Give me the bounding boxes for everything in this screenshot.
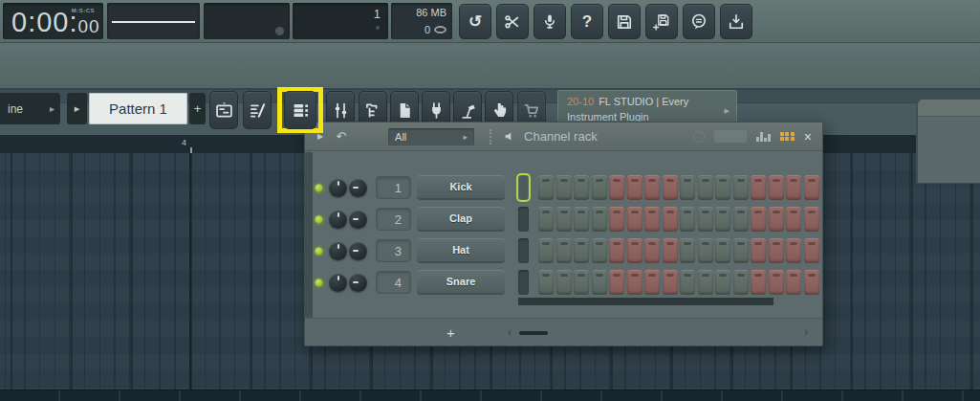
step-button[interactable]: [680, 238, 695, 263]
channel-select-strip[interactable]: [518, 207, 529, 232]
step-button[interactable]: [769, 207, 784, 232]
playlist-button[interactable]: [209, 91, 238, 129]
rack-scroll-track[interactable]: [518, 298, 773, 305]
step-button[interactable]: [538, 175, 554, 200]
snap-selector[interactable]: ine ▸: [0, 93, 60, 124]
step-button[interactable]: [556, 175, 572, 200]
step-button[interactable]: [644, 270, 660, 295]
pattern-name-field[interactable]: Pattern 1: [89, 93, 187, 124]
close-icon[interactable]: ×: [804, 130, 812, 144]
channel-select-strip[interactable]: [518, 238, 529, 263]
channel-enable-led[interactable]: [315, 215, 323, 224]
scrollbar-thumb[interactable]: [519, 331, 548, 335]
step-button[interactable]: [627, 175, 642, 200]
channel-filter-dropdown[interactable]: All ▸: [388, 128, 474, 145]
ghost-knob-icon[interactable]: [693, 131, 705, 143]
step-button[interactable]: [556, 207, 572, 232]
swing-field[interactable]: [714, 130, 747, 143]
step-button[interactable]: [556, 238, 572, 263]
step-button[interactable]: [751, 207, 766, 232]
step-button[interactable]: [751, 238, 766, 263]
step-button[interactable]: [769, 270, 784, 295]
undo-button[interactable]: ↺: [459, 4, 491, 39]
step-button[interactable]: [715, 175, 730, 200]
step-button[interactable]: [556, 270, 572, 295]
step-button[interactable]: [769, 175, 784, 200]
step-button[interactable]: [715, 207, 730, 232]
pan-knob[interactable]: [329, 179, 347, 197]
slice-tool-button[interactable]: [496, 4, 529, 39]
step-button[interactable]: [609, 270, 624, 295]
step-button[interactable]: [804, 207, 819, 232]
step-button[interactable]: [698, 207, 713, 232]
step-button[interactable]: [680, 270, 695, 295]
playback-position-slider[interactable]: [107, 3, 200, 39]
step-button[interactable]: [627, 270, 642, 295]
step-button[interactable]: [574, 270, 589, 295]
rack-back-icon[interactable]: ↶: [336, 129, 346, 144]
step-button[interactable]: [574, 175, 589, 200]
scroll-left-icon[interactable]: ‹: [508, 325, 512, 339]
save-button[interactable]: [608, 4, 641, 39]
time-display[interactable]: 0:00: 00 M:S:CS: [3, 3, 103, 39]
step-button[interactable]: [715, 270, 730, 295]
step-button[interactable]: [574, 238, 589, 263]
step-button[interactable]: [627, 238, 642, 263]
scroll-right-icon[interactable]: ›: [804, 325, 808, 339]
channel-name-button[interactable]: Clap: [417, 207, 505, 232]
step-button[interactable]: [733, 238, 749, 263]
step-button[interactable]: [786, 175, 801, 200]
channel-select-strip[interactable]: [518, 270, 529, 295]
feedback-button[interactable]: [683, 4, 715, 39]
step-button[interactable]: [733, 207, 749, 232]
volume-knob[interactable]: [349, 242, 367, 260]
step-button[interactable]: [538, 238, 554, 263]
step-button[interactable]: [609, 175, 624, 200]
channel-select-strip[interactable]: [518, 175, 529, 200]
step-button[interactable]: [644, 238, 660, 263]
piano-roll-button[interactable]: [243, 91, 272, 129]
step-button[interactable]: [644, 207, 660, 232]
channel-enable-led[interactable]: [315, 278, 323, 287]
step-button[interactable]: [574, 207, 589, 232]
step-button[interactable]: [680, 207, 695, 232]
step-grid-icon[interactable]: [780, 132, 795, 142]
tempo-tap-icon[interactable]: [275, 27, 284, 35]
step-button[interactable]: [804, 238, 819, 263]
add-channel-button[interactable]: +: [446, 324, 455, 341]
volume-knob[interactable]: [349, 211, 367, 229]
step-button[interactable]: [786, 207, 801, 232]
channel-name-button[interactable]: Hat: [417, 238, 505, 263]
step-button[interactable]: [698, 238, 713, 263]
step-button[interactable]: [644, 175, 660, 200]
volume-knob[interactable]: [349, 179, 367, 197]
graph-editor-icon[interactable]: [756, 131, 771, 142]
pan-knob[interactable]: [329, 211, 347, 229]
export-button[interactable]: [720, 4, 752, 39]
step-button[interactable]: [804, 175, 819, 200]
step-button[interactable]: [698, 270, 713, 295]
step-button[interactable]: [592, 175, 607, 200]
step-button[interactable]: [769, 238, 784, 263]
step-button[interactable]: [680, 175, 695, 200]
step-button[interactable]: [663, 207, 678, 232]
channel-rack-button[interactable]: [284, 91, 316, 129]
pan-knob[interactable]: [329, 242, 347, 260]
pattern-picker-arrow[interactable]: ▸: [67, 93, 87, 124]
pattern-position-panel[interactable]: 1: [293, 3, 388, 39]
step-button[interactable]: [786, 270, 801, 295]
step-button[interactable]: [733, 175, 749, 200]
step-button[interactable]: [592, 207, 607, 232]
channel-name-button[interactable]: Snare: [417, 270, 505, 295]
channel-rack-header[interactable]: ▶ ↶ All ▸ Channel rack ×: [305, 123, 822, 151]
save-new-version-button[interactable]: [645, 4, 678, 39]
add-pattern-button[interactable]: +: [189, 93, 206, 124]
step-button[interactable]: [538, 207, 554, 232]
rack-menu-icon[interactable]: ▶: [317, 132, 323, 141]
step-button[interactable]: [609, 207, 624, 232]
step-button[interactable]: [751, 270, 766, 295]
channel-enable-led[interactable]: [315, 184, 323, 192]
channel-enable-led[interactable]: [315, 247, 323, 256]
step-button[interactable]: [627, 207, 642, 232]
step-button[interactable]: [698, 175, 713, 200]
